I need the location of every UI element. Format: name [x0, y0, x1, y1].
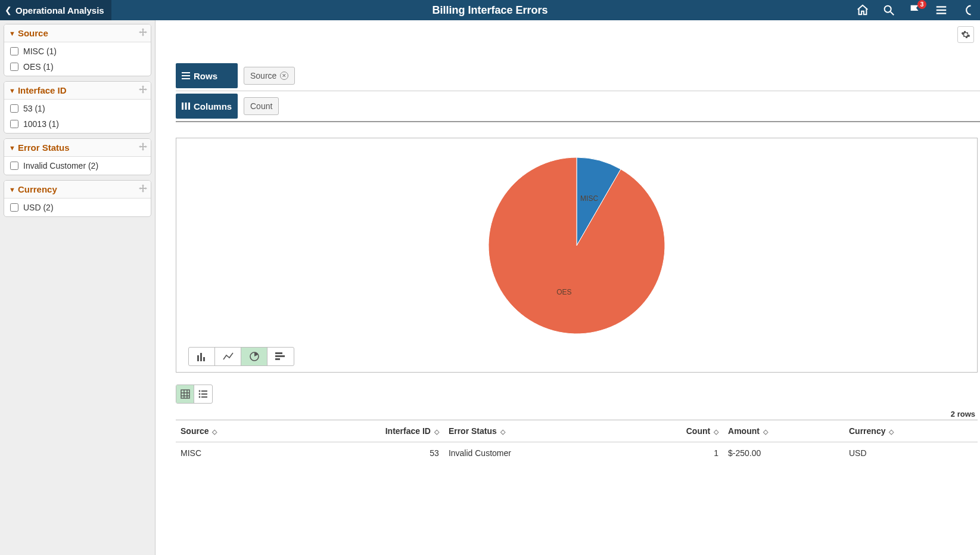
facet-item[interactable]: USD (2): [4, 200, 151, 215]
col-header-count[interactable]: Count ◇: [621, 420, 723, 442]
facet-item[interactable]: MISC (1): [4, 44, 151, 59]
table-cell: MISC: [176, 442, 289, 464]
back-label: Operational Analysis: [15, 5, 104, 15]
page-title: Billing Interface Errors: [432, 4, 547, 17]
col-label: Currency: [849, 426, 885, 436]
facet-source: ▼SourceMISC (1)OES (1): [4, 24, 151, 76]
facet-checkbox[interactable]: [10, 47, 18, 55]
facet-interface-id: ▼Interface ID53 (1)10013 (1): [4, 81, 151, 134]
col-header-currency[interactable]: Currency ◇: [844, 420, 978, 442]
home-icon[interactable]: [855, 2, 870, 18]
facet-item-label: USD (2): [23, 203, 54, 212]
sort-icon: ◇: [500, 428, 505, 435]
results-table: Source ◇Interface ID ◇Error Status ◇Coun…: [176, 420, 978, 464]
move-handle-icon[interactable]: [139, 28, 147, 36]
hbar-chart-icon[interactable]: [267, 348, 294, 365]
settings-gear-icon[interactable]: [957, 26, 974, 43]
pivot-rows-label[interactable]: Rows: [176, 63, 238, 88]
chevron-left-icon: ❮: [5, 5, 12, 15]
menu-icon[interactable]: [934, 2, 949, 18]
svg-rect-18: [182, 103, 183, 110]
svg-rect-10: [141, 146, 145, 147]
move-handle-icon[interactable]: [139, 85, 147, 94]
pivot-chip-source[interactable]: Source✕: [244, 67, 295, 85]
svg-rect-38: [201, 396, 207, 398]
facet-checkbox[interactable]: [10, 63, 18, 71]
facet-error-status: ▼Error StatusInvalid Customer (2): [4, 138, 151, 175]
sort-icon: ◇: [763, 428, 768, 435]
sort-icon: ◇: [889, 428, 894, 435]
svg-rect-12: [141, 188, 145, 189]
svg-rect-20: [188, 103, 190, 110]
svg-rect-17: [182, 78, 190, 79]
caret-down-icon: ▼: [9, 30, 15, 37]
facet-body: MISC (1)OES (1): [4, 42, 151, 76]
pie-chart-icon[interactable]: [241, 348, 267, 365]
pie-slice-oes[interactable]: [489, 157, 665, 334]
bar-chart-icon[interactable]: [189, 348, 215, 365]
search-icon[interactable]: [881, 2, 897, 18]
grid-view-icon[interactable]: [176, 385, 194, 403]
facet-item[interactable]: OES (1): [4, 59, 151, 75]
notification-flag-icon[interactable]: 3: [907, 2, 923, 18]
overflow-icon[interactable]: [960, 2, 975, 18]
facet-title: Currency: [18, 184, 57, 194]
col-label: Amount: [728, 426, 760, 436]
table-cell: 1: [621, 442, 723, 464]
facet-item[interactable]: Invalid Customer (2): [4, 158, 151, 173]
row-count-label: 2 rows: [155, 410, 975, 418]
facet-item-label: 53 (1): [23, 104, 45, 113]
caret-down-icon: ▼: [9, 144, 15, 151]
table-cell: USD: [844, 442, 978, 464]
svg-rect-34: [201, 390, 207, 392]
col-label: Interface ID: [385, 426, 431, 436]
facet-checkbox[interactable]: [10, 203, 18, 212]
col-header-source[interactable]: Source ◇: [176, 420, 289, 442]
list-view-icon[interactable]: [194, 385, 212, 403]
svg-rect-16: [182, 75, 190, 76]
col-header-error-status[interactable]: Error Status ◇: [444, 420, 621, 442]
facet-header[interactable]: ▼Interface ID: [4, 82, 151, 100]
col-header-amount[interactable]: Amount ◇: [723, 420, 844, 442]
svg-line-1: [891, 12, 894, 15]
pivot-config: Rows Source✕ Columns Count: [176, 61, 980, 122]
facet-body: 53 (1)10013 (1): [4, 100, 151, 133]
back-button[interactable]: ❮ Operational Analysis: [0, 0, 111, 20]
svg-point-35: [199, 393, 201, 395]
line-chart-icon[interactable]: [215, 348, 241, 365]
svg-rect-15: [182, 72, 190, 73]
facet-item-label: Invalid Customer (2): [23, 161, 98, 170]
facet-checkbox[interactable]: [10, 104, 18, 113]
facet-checkbox[interactable]: [10, 120, 18, 128]
caret-down-icon: ▼: [9, 87, 15, 94]
move-handle-icon[interactable]: [139, 142, 147, 151]
table-cell: Invalid Customer: [444, 442, 621, 464]
svg-rect-36: [201, 393, 207, 395]
sort-icon: ◇: [212, 428, 217, 435]
svg-rect-21: [197, 355, 199, 361]
facet-sidebar: ▼SourceMISC (1)OES (1)▼Interface ID53 (1…: [0, 20, 155, 555]
facet-header[interactable]: ▼Currency: [4, 181, 151, 199]
notification-badge: 3: [917, 0, 926, 9]
facet-header[interactable]: ▼Error Status: [4, 139, 151, 157]
move-handle-icon[interactable]: [139, 184, 147, 193]
facet-header[interactable]: ▼Source: [4, 24, 151, 42]
pivot-rows-line: Rows Source✕: [176, 61, 980, 91]
svg-rect-19: [185, 103, 187, 110]
caret-down-icon: ▼: [9, 186, 15, 193]
col-label: Error Status: [449, 426, 497, 436]
pivot-columns-label[interactable]: Columns: [176, 94, 238, 119]
table-body: MISC53Invalid Customer1$-250.00USD: [176, 442, 978, 464]
pivot-chip-count[interactable]: Count: [244, 97, 279, 115]
chip-remove-icon[interactable]: ✕: [280, 72, 288, 80]
facet-item[interactable]: 10013 (1): [4, 116, 151, 132]
facet-checkbox[interactable]: [10, 162, 18, 170]
sort-icon: ◇: [434, 428, 439, 435]
facet-item[interactable]: 53 (1): [4, 101, 151, 116]
top-icon-bar: 3: [855, 0, 980, 20]
table-row[interactable]: MISC53Invalid Customer1$-250.00USD: [176, 442, 978, 464]
col-header-interface-id[interactable]: Interface ID ◇: [289, 420, 444, 442]
chip-label: Count: [250, 101, 272, 111]
pivot-row-chips: Source✕: [244, 67, 295, 85]
svg-rect-27: [275, 358, 280, 360]
